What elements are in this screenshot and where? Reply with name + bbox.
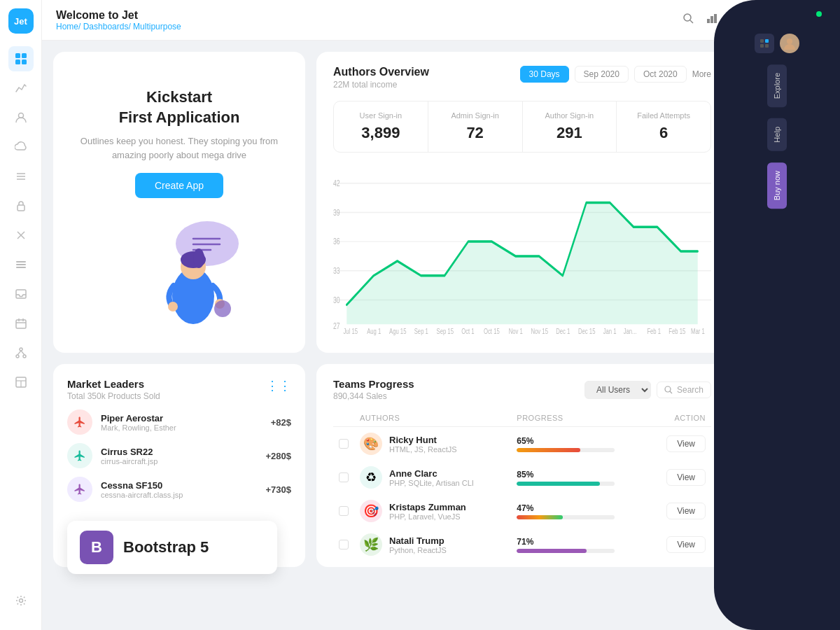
svg-rect-84	[765, 44, 769, 48]
stat-label-user: User Sign-in	[345, 111, 416, 120]
cirrus-detail: cirrus-aircraft.jsp	[101, 457, 257, 465]
cessna-detail: cessna-aircraft.class.jsp	[101, 491, 257, 499]
create-app-button[interactable]: Create App	[135, 173, 223, 198]
sidebar-item-user[interactable]	[8, 105, 34, 130]
teams-card: Teams Progress 890,344 Sales All Users S…	[316, 364, 728, 567]
explore-button[interactable]: Explore	[767, 64, 787, 107]
kristaps-tech: PHP, Laravel, VueJS	[389, 512, 466, 521]
teams-header: Teams Progress 890,344 Sales All Users S…	[333, 378, 711, 401]
natali-pct: 71%	[517, 537, 643, 547]
cirrus-value: +280$	[265, 451, 291, 461]
authors-subtitle: 22M total income	[333, 80, 429, 90]
svg-point-20	[16, 355, 19, 358]
sidebar-item-lock[interactable]	[8, 193, 34, 218]
cirrus-info: Cirrus SR22 cirrus-aircraft.jsp	[101, 447, 257, 465]
bootstrap-badge: B Bootstrap 5	[67, 521, 277, 567]
help-button[interactable]: Help	[767, 118, 787, 151]
ricky-name: Ricky Hunt	[389, 435, 457, 445]
row-checkbox[interactable]	[339, 439, 349, 449]
search-icon	[664, 386, 673, 394]
grid-dark-icon[interactable]	[755, 34, 774, 53]
market-subtitle: Total 350k Products Sold	[67, 391, 160, 401]
svg-rect-8	[18, 205, 24, 211]
anne-name: Anne Clarc	[389, 468, 474, 479]
svg-text:Dec 1: Dec 1	[556, 327, 570, 336]
anne-progress-bar	[517, 482, 615, 486]
market-title: Market Leaders	[67, 378, 160, 390]
top-row: KickstartFirst Application Outlines keep…	[53, 52, 728, 353]
svg-rect-30	[707, 19, 710, 23]
market-item: Cessna SF150 cessna-aircraft.class.jsp +…	[67, 477, 291, 502]
svg-text:39: 39	[333, 207, 340, 217]
analytics-icon[interactable]	[706, 12, 718, 28]
content-area: KickstartFirst Application Outlines keep…	[42, 41, 742, 630]
svg-text:Agu 15: Agu 15	[389, 327, 406, 336]
author-cell: ♻ Anne Clarc PHP, SQLite, Artisan CLI	[360, 466, 505, 489]
kickstart-title: KickstartFirst Application	[119, 88, 240, 127]
svg-rect-32	[714, 14, 717, 23]
stat-value-failed: 6	[628, 124, 699, 142]
bootstrap-icon: B	[80, 531, 113, 564]
sidebar-item-chart[interactable]	[8, 76, 34, 101]
table-row: 🎨 Ricky Hunt HTML, JS, ReactJS 65%	[333, 427, 711, 461]
right-panel: Explore Help Buy now	[714, 0, 840, 630]
ricky-view-btn[interactable]: View	[666, 435, 706, 452]
svg-point-79	[665, 386, 671, 392]
kristaps-avatar: 🎯	[360, 500, 382, 522]
stat-failed-attempts: Failed Attempts 6	[617, 102, 710, 152]
stat-label-admin: Admin Sign-in	[440, 111, 511, 120]
natali-view-btn[interactable]: View	[666, 536, 706, 553]
row-checkbox[interactable]	[339, 540, 349, 550]
svg-rect-12	[16, 264, 26, 265]
author-cell: 🎯 Kristaps Zumman PHP, Laravel, VueJS	[360, 500, 505, 522]
sidebar-item-cloud[interactable]	[8, 134, 34, 160]
app-logo[interactable]: Jet	[8, 8, 34, 34]
sidebar-item-close[interactable]	[8, 223, 34, 248]
filter-tabs: 30 Days Sep 2020 Oct 2020 More	[520, 66, 711, 83]
kristaps-view-btn[interactable]: View	[666, 503, 706, 519]
filter-tab-sep2020[interactable]: Sep 2020	[575, 66, 629, 83]
row-checkbox[interactable]	[339, 506, 349, 516]
filter-more[interactable]: More	[692, 69, 711, 79]
kristaps-info: Kristaps Zumman PHP, Laravel, VueJS	[389, 502, 466, 521]
row-checkbox[interactable]	[339, 472, 349, 482]
market-dots-icon[interactable]: ⋮⋮	[266, 378, 291, 393]
sidebar-item-list[interactable]	[8, 164, 34, 189]
filter-tab-oct2020[interactable]: Oct 2020	[634, 66, 687, 83]
svg-text:Oct 1: Oct 1	[461, 327, 474, 336]
buy-now-button[interactable]: Buy now	[767, 162, 787, 209]
ricky-info: Ricky Hunt HTML, JS, ReactJS	[389, 435, 457, 454]
sidebar-item-settings[interactable]	[8, 588, 34, 613]
sidebar-item-inbox[interactable]	[8, 281, 34, 307]
teams-filter-select[interactable]: All Users	[584, 381, 651, 399]
svg-text:Feb 15: Feb 15	[668, 327, 685, 336]
sidebar-item-menu[interactable]	[8, 252, 34, 277]
svg-rect-81	[760, 39, 764, 43]
market-list: Piper Aerostar Mark, Rowling, Esther +82…	[67, 410, 291, 502]
cessna-name: Cessna SF150	[101, 480, 257, 491]
svg-text:Sep 1: Sep 1	[414, 327, 428, 336]
authors-card: Authors Overview 22M total income 30 Day…	[316, 52, 728, 353]
svg-text:Dec 15: Dec 15	[578, 327, 595, 336]
col-progress: PROGRESS	[511, 410, 648, 427]
anne-view-btn[interactable]: View	[666, 469, 706, 486]
breadcrumb: Home/ Dashboards/ Multipurpose	[56, 22, 181, 31]
kickstart-card: KickstartFirst Application Outlines keep…	[53, 52, 305, 353]
avatar-dark[interactable]	[780, 34, 799, 53]
sidebar-item-calendar[interactable]	[8, 311, 34, 336]
cessna-icon	[67, 477, 92, 502]
natali-avatar: 🌿	[360, 533, 382, 556]
sidebar-item-template[interactable]	[8, 370, 34, 395]
sidebar-item-grid[interactable]	[8, 46, 34, 71]
svg-rect-13	[16, 267, 26, 268]
svg-rect-0	[15, 53, 20, 58]
sidebar-item-nodes[interactable]	[8, 340, 34, 365]
filter-tab-30days[interactable]: 30 Days	[520, 66, 569, 83]
svg-line-80	[670, 391, 672, 393]
svg-point-51	[214, 300, 231, 317]
svg-point-28	[684, 14, 691, 21]
authors-header: Authors Overview 22M total income 30 Day…	[333, 66, 711, 90]
search-icon[interactable]	[682, 12, 694, 28]
svg-text:Jan 1: Jan 1	[603, 327, 617, 336]
svg-point-85	[787, 38, 792, 44]
